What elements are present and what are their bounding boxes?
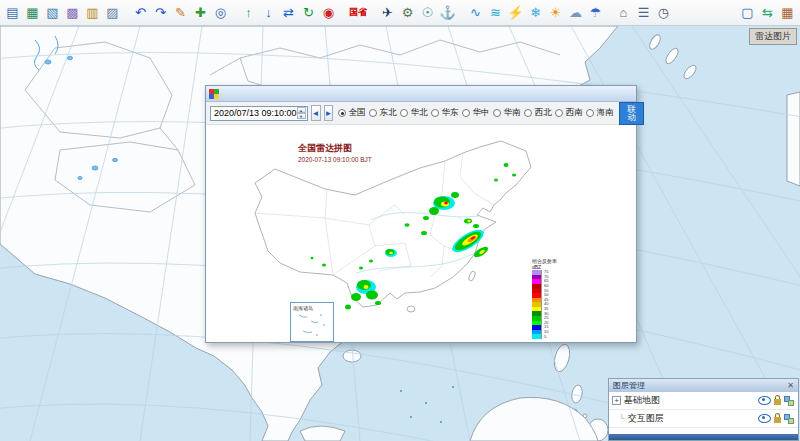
stack-icon[interactable]: ≋	[486, 3, 505, 23]
swap-arrows-icon[interactable]: ⇄	[279, 3, 298, 23]
region-radio-2[interactable]: 华北	[400, 107, 427, 119]
inset-label: 南海诸岛	[293, 305, 313, 312]
undo-icon[interactable]: ↶	[131, 3, 150, 23]
monitor-icon[interactable]: ▧	[43, 3, 62, 23]
dialog-toolbar: 2020/07/13 09:10:00 ▲ ▼ ◄ ► 全国东北华北华东华中华南…	[206, 102, 636, 125]
region-radio-6[interactable]: 西北	[524, 107, 551, 119]
up-arrow-icon[interactable]: ↑	[239, 3, 258, 23]
country-province-button[interactable]: 国省	[347, 3, 369, 23]
database-icon[interactable]: ▥	[83, 3, 102, 23]
region-radio-5[interactable]: 华南	[493, 107, 520, 119]
radio-button-icon	[524, 109, 532, 117]
toolbar-separator	[370, 3, 377, 23]
region-radio-1[interactable]: 东北	[369, 107, 396, 119]
chart-subtitle: 2020-07-13 09:10:00 BJT	[298, 156, 372, 163]
region-radio-label: 西南	[565, 107, 582, 119]
airplane-icon[interactable]: ✈	[378, 3, 397, 23]
target-icon[interactable]: ◉	[319, 3, 338, 23]
toolbar-separator	[339, 3, 346, 23]
radar-mosaic-dialog: 2020/07/13 09:10:00 ▲ ▼ ◄ ► 全国东北华北华东华中华南…	[205, 85, 637, 343]
menu-icon[interactable]: ☰	[634, 3, 653, 23]
region-radio-4[interactable]: 华中	[462, 107, 489, 119]
spinner-down-icon[interactable]: ▼	[297, 113, 306, 119]
legend-value-label: 5	[544, 335, 546, 339]
region-radio-group: 全国东北华北华东华中华南西北西南海南	[338, 107, 613, 119]
chart-title: 全国雷达拼图	[297, 143, 352, 153]
layer-style-icon[interactable]	[784, 414, 794, 424]
umbrella-icon[interactable]: ☂	[586, 3, 605, 23]
dialog-icon	[209, 89, 219, 99]
region-radio-label: 全国	[348, 107, 365, 119]
tree-expand-icon[interactable]: +	[612, 396, 621, 405]
radio-button-icon	[462, 109, 470, 117]
datetime-input[interactable]: 2020/07/13 09:10:00 ▲ ▼	[210, 106, 308, 121]
province-borders	[255, 153, 494, 277]
cloud-icon[interactable]: ☁	[566, 3, 585, 23]
down-arrow-icon[interactable]: ↓	[259, 3, 278, 23]
lightning-icon[interactable]: ⚡	[506, 3, 525, 23]
layer-row-0[interactable]: +基础地图	[609, 392, 798, 410]
layer-row-1[interactable]: └交互图层	[609, 410, 798, 428]
edit-icon[interactable]: ✎	[171, 3, 190, 23]
globe-icon[interactable]: ☉	[418, 3, 437, 23]
zoom-icon[interactable]: ◎	[211, 3, 230, 23]
link-button[interactable]: 联动	[619, 102, 644, 125]
radio-button-icon	[338, 109, 346, 117]
wave-icon[interactable]: ∿	[466, 3, 485, 23]
radio-button-icon	[431, 109, 439, 117]
sun-icon[interactable]: ☀	[546, 3, 565, 23]
selected-layer-row[interactable]	[609, 434, 798, 440]
save-icon[interactable]: ▤	[3, 3, 22, 23]
add-icon[interactable]: ✚	[191, 3, 210, 23]
inset-map: 南海诸岛	[291, 303, 331, 339]
close-icon[interactable]: ✕	[787, 381, 794, 390]
toolbar-separator	[123, 3, 130, 23]
snowflake-icon[interactable]: ❄	[526, 3, 545, 23]
display-icon[interactable]: ▢	[738, 3, 757, 23]
radio-button-icon	[400, 109, 408, 117]
redo-icon[interactable]: ↷	[151, 3, 170, 23]
radio-button-icon	[493, 109, 501, 117]
dialog-titlebar[interactable]	[206, 86, 636, 102]
grid-icon[interactable]: ▦	[778, 3, 797, 23]
layers-icon[interactable]: ▩	[63, 3, 82, 23]
china-outline	[255, 141, 531, 312]
region-radio-3[interactable]: 华东	[431, 107, 458, 119]
layer-row-label: 交互图层	[628, 412, 664, 425]
layer-manager-panel: 图层管理 ✕ +基础地图└交互图层	[608, 378, 799, 441]
gear-icon[interactable]: ⚙	[398, 3, 417, 23]
region-radio-label: 海南	[596, 107, 613, 119]
region-radio-label: 华南	[503, 107, 520, 119]
radar-image-tab[interactable]: 雷达图片	[749, 28, 797, 45]
region-radio-7[interactable]: 西南	[555, 107, 582, 119]
region-radio-label: 东北	[379, 107, 396, 119]
region-radio-label: 华中	[472, 107, 489, 119]
lock-icon[interactable]	[774, 399, 781, 405]
visibility-eye-icon[interactable]	[758, 414, 771, 423]
region-radio-8[interactable]: 海南	[586, 107, 613, 119]
layer-style-icon[interactable]	[784, 396, 794, 406]
clock-icon[interactable]: ◷	[654, 3, 673, 23]
layer-row-label: 基础地图	[624, 394, 660, 407]
next-time-button[interactable]: ►	[324, 105, 334, 121]
main-toolbar: ▤▦▧▩▥▨↶↷✎✚◎↑↓⇄↻◉国省✈⚙☉⚓∿≋⚡❄☀☁☂⌂☰◷▢⇆▦	[0, 0, 800, 26]
link-icon[interactable]: ⇆	[758, 3, 777, 23]
toolbar-separator	[231, 3, 238, 23]
region-radio-0[interactable]: 全国	[338, 107, 365, 119]
visibility-eye-icon[interactable]	[758, 396, 771, 405]
tree-branch-icon: └	[619, 414, 625, 423]
legend-entry: 5	[532, 334, 574, 339]
radio-button-icon	[369, 109, 377, 117]
region-radio-label: 华北	[410, 107, 427, 119]
south-china-sea-inset: 南海诸岛	[290, 302, 334, 342]
datetime-spinner[interactable]: ▲ ▼	[297, 107, 306, 119]
chart-icon[interactable]: ▦	[23, 3, 42, 23]
home-icon[interactable]: ⌂	[614, 3, 633, 23]
layer-panel-header[interactable]: 图层管理 ✕	[609, 379, 798, 392]
region-radio-label: 西北	[534, 107, 551, 119]
prev-time-button[interactable]: ◄	[311, 105, 321, 121]
refresh-icon[interactable]: ↻	[299, 3, 318, 23]
document-icon[interactable]: ▨	[103, 3, 122, 23]
lock-icon[interactable]	[774, 417, 781, 423]
anchor-icon[interactable]: ⚓	[438, 3, 457, 23]
